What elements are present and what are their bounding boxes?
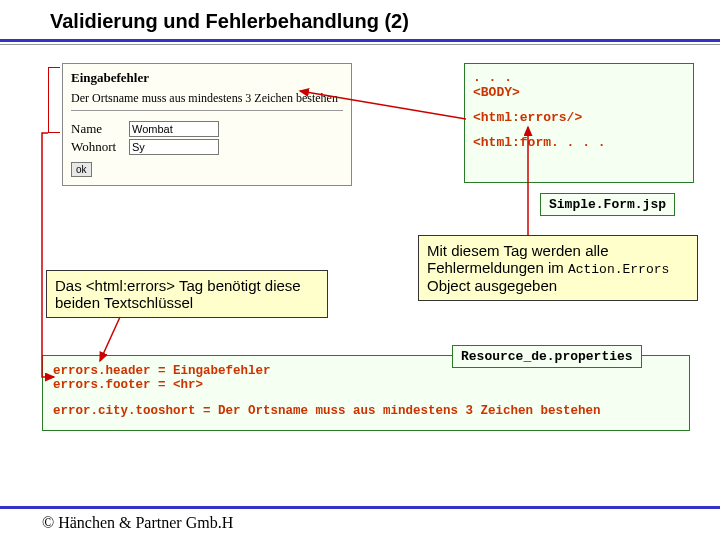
input-city[interactable] <box>129 139 219 155</box>
note-right-text-2: Object ausgegeben <box>427 277 557 294</box>
jsp-line-2: <BODY> <box>473 85 685 100</box>
label-city: Wohnort <box>71 139 129 155</box>
jsp-line-4: <html:form. . . . <box>473 135 685 150</box>
title-rule-blue <box>0 39 720 42</box>
input-name[interactable] <box>129 121 219 137</box>
jsp-line-3: <html:errors/> <box>473 110 685 125</box>
bracket-red <box>48 67 60 133</box>
note-left: Das <html:errors> Tag benötigt diese bei… <box>46 270 328 318</box>
props-line-footer: errors.footer = <hr> <box>53 378 679 392</box>
props-line-tooshort: error.city.tooshort = Der Ortsname muss … <box>53 404 679 418</box>
form-hr <box>71 110 343 111</box>
form-mockup: Eingabefehler Der Ortsname muss aus mind… <box>62 63 352 186</box>
note-right-classname: Action.Errors <box>568 262 669 277</box>
footer-copyright: © Hänchen & Partner Gmb.H <box>0 506 720 540</box>
jsp-filename-label: Simple.Form.jsp <box>540 193 675 216</box>
form-error-title: Eingabefehler <box>71 70 343 86</box>
slide-body: Eingabefehler Der Ortsname muss aus mind… <box>0 45 720 495</box>
page-title: Validierung und Fehlerbehandlung (2) <box>0 0 720 39</box>
jsp-line-1: . . . <box>473 70 685 85</box>
jsp-code-box: . . . <BODY> <html:errors/> <html:form. … <box>464 63 694 183</box>
label-name: Name <box>71 121 129 137</box>
submit-button[interactable]: ok <box>71 162 92 177</box>
props-filename-label: Resource_de.properties <box>452 345 642 368</box>
form-error-msg: Der Ortsname muss aus mindestens 3 Zeich… <box>71 91 343 106</box>
note-right: Mit diesem Tag werden alle Fehlermeldung… <box>418 235 698 301</box>
